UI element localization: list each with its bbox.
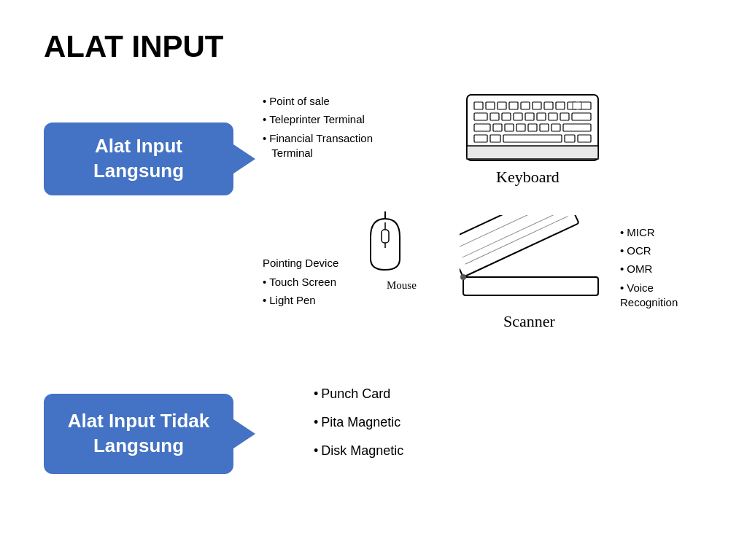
- svg-rect-8: [556, 102, 565, 109]
- pointing-list: Touch Screen Light Pen: [263, 276, 336, 312]
- callout-langsung-text: Alat InputLangsung: [93, 134, 184, 184]
- svg-rect-11: [474, 113, 487, 120]
- svg-rect-13: [502, 113, 511, 120]
- pointing-device-label: Pointing Device: [263, 257, 338, 269]
- scanner-image: [460, 215, 605, 313]
- svg-rect-36: [382, 230, 389, 243]
- svg-rect-30: [490, 135, 500, 142]
- svg-rect-31: [503, 135, 562, 142]
- svg-rect-7: [544, 102, 553, 109]
- svg-rect-20: [474, 124, 490, 131]
- svg-rect-28: [573, 102, 581, 109]
- micr-list: MICR OCR OMR VoiceRecognition: [620, 226, 678, 315]
- svg-rect-1: [474, 102, 483, 109]
- terminal-item-2: Teleprinter Terminal: [263, 113, 373, 125]
- svg-rect-22: [505, 124, 514, 131]
- terminal-item-3: Financial Transaction Terminal: [263, 131, 373, 160]
- svg-rect-18: [560, 113, 569, 120]
- micr-item-3: OMR: [620, 262, 678, 275]
- micr-item-2: OCR: [620, 244, 678, 257]
- page-title: ALAT INPUT: [44, 29, 224, 64]
- pointing-item-1: Touch Screen: [263, 276, 336, 288]
- tidak-list: Punch Card Pita Magnetic Disk Magnetic: [314, 386, 403, 464]
- micr-item-1: MICR: [620, 226, 678, 238]
- tidak-item-1: Punch Card: [314, 386, 403, 402]
- svg-rect-6: [533, 102, 541, 109]
- svg-rect-4: [509, 102, 518, 109]
- svg-rect-15: [525, 113, 534, 120]
- svg-rect-21: [493, 124, 502, 131]
- svg-rect-38: [460, 215, 579, 277]
- callout-tidak-text: Alat Input TidakLangsung: [68, 409, 210, 459]
- svg-rect-16: [537, 113, 546, 120]
- scanner-svg: [460, 215, 605, 310]
- svg-rect-19: [572, 113, 591, 120]
- tidak-item-2: Pita Magnetic: [314, 415, 403, 430]
- svg-rect-25: [540, 124, 549, 131]
- svg-rect-26: [551, 124, 560, 131]
- svg-rect-29: [474, 135, 487, 142]
- svg-rect-5: [521, 102, 530, 109]
- tidak-item-3: Disk Magnetic: [314, 443, 403, 459]
- svg-rect-14: [514, 113, 522, 120]
- callout-langsung: Alat InputLangsung: [44, 122, 233, 195]
- mouse-svg: [363, 211, 407, 277]
- keyboard-label: Keyboard: [496, 168, 560, 187]
- keyboard-svg: [460, 88, 605, 168]
- svg-rect-2: [486, 102, 495, 109]
- svg-rect-3: [498, 102, 506, 109]
- keyboard-image: [460, 88, 605, 171]
- svg-rect-27: [563, 124, 591, 131]
- svg-rect-23: [516, 124, 525, 131]
- mouse-label: Mouse: [387, 279, 417, 292]
- terminal-list: Point of sale Teleprinter Terminal Finan…: [263, 95, 373, 166]
- svg-rect-33: [578, 135, 591, 142]
- svg-rect-34: [467, 146, 598, 159]
- svg-rect-12: [490, 113, 499, 120]
- mouse-image: [363, 211, 407, 280]
- terminal-item-1: Point of sale: [263, 95, 373, 107]
- svg-rect-32: [565, 135, 575, 142]
- svg-rect-17: [549, 113, 557, 120]
- micr-item-4: VoiceRecognition: [620, 281, 678, 309]
- svg-point-42: [460, 274, 466, 280]
- callout-tidak: Alat Input TidakLangsung: [44, 394, 233, 474]
- svg-rect-37: [463, 277, 598, 295]
- scanner-label: Scanner: [503, 312, 555, 331]
- pointing-item-2: Light Pen: [263, 294, 336, 306]
- svg-rect-24: [528, 124, 537, 131]
